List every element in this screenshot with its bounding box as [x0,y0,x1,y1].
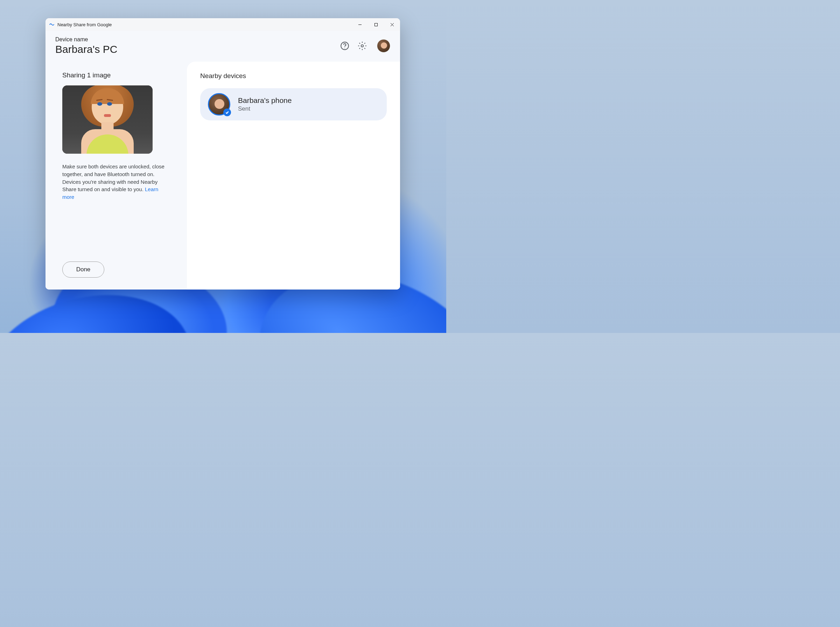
maximize-button[interactable] [368,18,384,31]
sharing-panel: Sharing 1 image Make sure both devices a… [46,61,187,290]
minimize-button[interactable] [352,18,368,31]
svg-point-5 [344,47,345,48]
help-text: Make sure both devices are unlocked, clo… [62,163,167,201]
device-name-label: Device name [55,36,339,43]
app-icon [49,22,55,27]
device-card-name: Barbara's phone [238,96,291,105]
app-window: Nearby Share from Google Device name Bar… [46,18,400,290]
gear-icon[interactable] [357,40,368,52]
window-title: Nearby Share from Google [57,22,352,27]
sharing-title: Sharing 1 image [62,71,174,79]
help-icon[interactable] [339,40,350,52]
user-avatar[interactable] [377,39,390,52]
titlebar: Nearby Share from Google [46,18,400,31]
device-status: Sent [238,106,291,112]
image-preview [62,85,153,154]
svg-point-6 [361,45,363,47]
sent-check-icon [223,109,231,116]
device-avatar [208,93,230,115]
done-button[interactable]: Done [62,262,104,277]
svg-rect-1 [374,23,377,26]
close-button[interactable] [384,18,400,31]
nearby-devices-title: Nearby devices [200,72,387,80]
nearby-devices-panel: Nearby devices Barbara's phone Sent [187,61,400,290]
app-header: Device name Barbara's PC [46,31,400,61]
device-name: Barbara's PC [55,43,339,55]
nearby-device-card[interactable]: Barbara's phone Sent [200,88,387,120]
